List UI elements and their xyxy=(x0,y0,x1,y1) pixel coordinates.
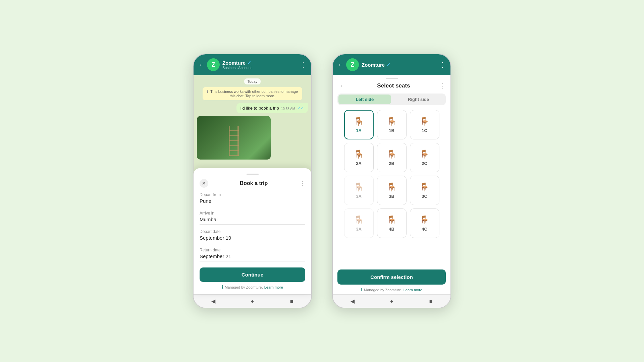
seat-1A-icon: 🪑 xyxy=(354,117,364,126)
seat-2C-icon: 🪑 xyxy=(420,149,430,159)
close-button[interactable]: ✕ xyxy=(200,179,208,188)
seat-handle-bar xyxy=(333,75,450,80)
tie-5 xyxy=(229,150,239,151)
learn-more-link[interactable]: Learn more xyxy=(264,285,283,289)
continue-button[interactable]: Continue xyxy=(200,267,305,282)
nav-stop-button[interactable]: ■ xyxy=(285,296,299,306)
tie-1 xyxy=(229,130,239,131)
depart-value[interactable]: Pune xyxy=(200,198,305,206)
seat-2A-icon: 🪑 xyxy=(354,149,364,159)
seat-nav-stop-button[interactable]: ■ xyxy=(424,296,438,306)
left-side-tab[interactable]: Left side xyxy=(338,95,391,104)
seat-row-1: 🪑 1A 🪑 1B 🪑 1C xyxy=(336,110,447,139)
tie-2 xyxy=(229,135,239,136)
message-text: I'd like to book a trip xyxy=(240,106,279,111)
seat-1A[interactable]: 🪑 1A xyxy=(344,110,374,139)
seat-managed-label: Managed by Zoomture. xyxy=(364,288,402,292)
info-icon: ℹ xyxy=(207,89,208,94)
seat-4B[interactable]: 🪑 4B xyxy=(377,208,407,238)
book-trip-sheet: ✕ Book a trip ⋮ Depart from Pune Arrive … xyxy=(194,168,311,294)
seat-row-3: 🪑 3A 🪑 3B 🪑 3C xyxy=(336,176,447,205)
seat-1A-label: 1A xyxy=(356,128,362,133)
seat-title-bar: ← Select seats ⋮ xyxy=(333,80,450,94)
seat-1C[interactable]: 🪑 1C xyxy=(410,110,439,139)
tie-4 xyxy=(229,145,239,146)
seat-1B-label: 1B xyxy=(389,128,394,133)
seat-4-3A-label: 3A xyxy=(356,227,362,232)
read-ticks-icon: ✓✓ xyxy=(297,106,304,111)
depart-date-value[interactable]: September 19 xyxy=(200,235,305,243)
seat-4B-icon: 🪑 xyxy=(387,215,397,225)
avatar: Z xyxy=(207,58,220,71)
sheet-more-options[interactable]: ⋮ xyxy=(299,180,305,187)
phone-2: ← Z Zoomture ✓ ⋮ ← Select seats ⋮ Left s… xyxy=(332,54,451,308)
seat-4-3A-icon: 🪑 xyxy=(354,215,364,225)
seat-2B-label: 2B xyxy=(389,161,394,166)
seat-3C-label: 3C xyxy=(422,194,427,199)
seat-nav-back-button[interactable]: ◀ xyxy=(346,296,359,306)
seat-info-icon: ℹ xyxy=(361,287,363,292)
arrive-label: Arrive in xyxy=(200,211,305,216)
seat-more-options[interactable]: ⋮ xyxy=(440,82,446,89)
seat-2A-label: 2A xyxy=(356,161,362,166)
seats-grid: 🪑 1A 🪑 1B 🪑 1C 🪑 2A 🪑 xyxy=(333,110,450,266)
seat-4B-label: 4B xyxy=(389,227,394,232)
depart-date-label: Depart date xyxy=(200,229,305,234)
tie-3 xyxy=(229,140,239,141)
managed-info-icon: ℹ xyxy=(222,285,223,290)
date-badge: Today xyxy=(244,78,261,84)
seat-header-back-icon[interactable]: ← xyxy=(337,61,343,68)
seat-learn-more-link[interactable]: Learn more xyxy=(404,288,422,292)
seat-contact-name: Zoomture ✓ xyxy=(362,62,436,68)
seat-4C-icon: 🪑 xyxy=(420,215,430,225)
seat-verified-icon: ✓ xyxy=(386,62,390,67)
seat-nav-bar: ◀ ● ■ xyxy=(333,294,450,308)
seat-3B[interactable]: 🪑 3B xyxy=(377,176,407,205)
back-arrow-icon[interactable]: ← xyxy=(198,61,204,68)
seat-1C-label: 1C xyxy=(422,128,427,133)
seat-back-button[interactable]: ← xyxy=(337,82,347,89)
managed-text-row: ℹ Managed by Zoomture. Learn more xyxy=(200,285,305,290)
return-date-value[interactable]: September 21 xyxy=(200,253,305,261)
header-info: Zoomture ✓ Business Account xyxy=(222,60,297,70)
seat-handle xyxy=(386,78,398,79)
contact-subtitle: Business Account xyxy=(222,66,297,70)
seat-2B-icon: 🪑 xyxy=(387,149,397,159)
train-image xyxy=(197,116,271,160)
arrive-field: Arrive in Mumbai xyxy=(200,211,305,225)
seat-3C[interactable]: 🪑 3C xyxy=(410,176,439,205)
seat-managed-row: ℹ Managed by Zoomture. Learn more xyxy=(333,287,450,294)
confirm-selection-button[interactable]: Confirm selection xyxy=(337,269,446,285)
nav-back-button[interactable]: ◀ xyxy=(207,296,220,306)
seat-2C[interactable]: 🪑 2C xyxy=(410,143,439,172)
seat-title: Select seats xyxy=(377,82,410,89)
managed-label: Managed by Zoomture. xyxy=(225,285,263,289)
message-time: 10:58 AM xyxy=(281,107,295,111)
seat-row-2: 🪑 2A 🪑 2B 🪑 2C xyxy=(336,143,447,172)
seat-header-dots[interactable]: ⋮ xyxy=(439,61,446,69)
seat-nav-home-button[interactable]: ● xyxy=(385,296,398,306)
seat-whatsapp-header: ← Z Zoomture ✓ ⋮ xyxy=(333,54,450,75)
return-date-label: Return date xyxy=(200,248,305,252)
seat-4-3A: 🪑 3A xyxy=(344,208,374,238)
seat-content: ← Select seats ⋮ Left side Right side 🪑 … xyxy=(333,75,450,294)
seat-3A: 🪑 3A xyxy=(344,176,374,205)
seat-2A[interactable]: 🪑 2A xyxy=(344,143,374,172)
seat-1B[interactable]: 🪑 1B xyxy=(377,110,407,139)
nav-home-button[interactable]: ● xyxy=(246,296,259,306)
seat-3A-label: 3A xyxy=(356,194,362,199)
sheet-handle xyxy=(247,174,259,175)
seat-2B[interactable]: 🪑 2B xyxy=(377,143,407,172)
return-date-field: Return date September 21 xyxy=(200,248,305,261)
info-bubble[interactable]: ℹ This business works with other compani… xyxy=(203,87,303,100)
sheet-header: ✕ Book a trip ⋮ xyxy=(200,179,305,188)
contact-name: Zoomture ✓ xyxy=(222,60,297,66)
right-side-tab[interactable]: Right side xyxy=(392,95,445,104)
seat-4C[interactable]: 🪑 4C xyxy=(410,208,439,238)
whatsapp-header: ← Z Zoomture ✓ Business Account ⋮ xyxy=(194,54,311,75)
track-ties xyxy=(229,130,239,156)
arrive-value[interactable]: Mumbai xyxy=(200,217,305,225)
seat-row-4: 🪑 3A 🪑 4B 🪑 4C xyxy=(336,208,447,238)
seat-3B-icon: 🪑 xyxy=(387,182,397,192)
more-options-icon[interactable]: ⋮ xyxy=(300,61,307,69)
